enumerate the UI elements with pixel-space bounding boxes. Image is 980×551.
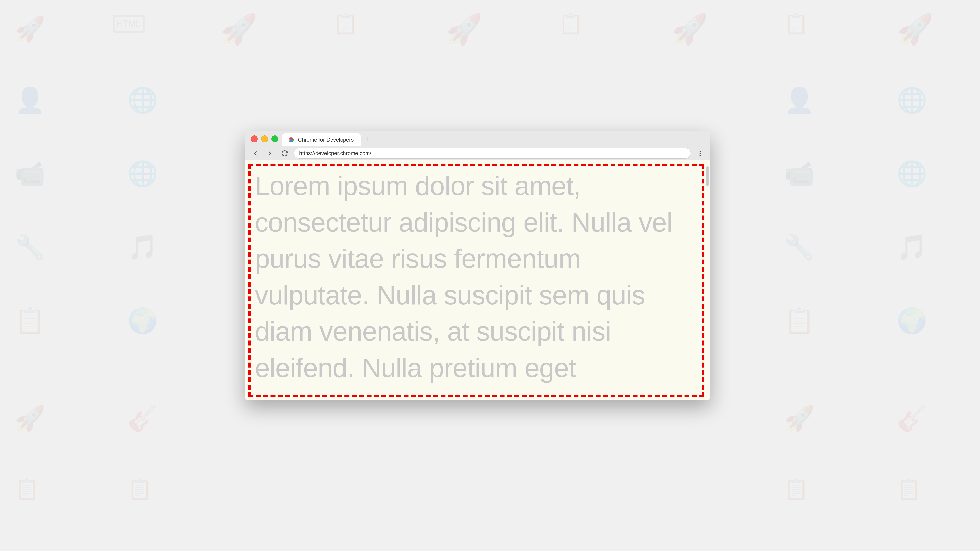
tab-title: Chrome for Developers	[298, 137, 356, 143]
close-button[interactable]	[251, 135, 258, 142]
browser-menu-button[interactable]	[695, 148, 706, 159]
browser-chrome: Chrome for Developers +	[245, 131, 711, 160]
traffic-lights	[249, 135, 282, 146]
tab-bar: Chrome for Developers +	[245, 131, 711, 146]
svg-point-6	[700, 155, 701, 156]
svg-point-4	[700, 151, 701, 152]
forward-button[interactable]	[265, 148, 275, 159]
address-bar-row: https://developer.chrome.com/	[245, 146, 711, 160]
minimize-button[interactable]	[261, 135, 268, 142]
scrollbar-thumb[interactable]	[706, 166, 709, 186]
chrome-favicon	[287, 136, 295, 144]
scrollbar[interactable]	[705, 161, 710, 400]
svg-point-5	[700, 153, 701, 154]
back-button[interactable]	[250, 148, 261, 159]
page-content-text: Lorem ipsum dolor sit amet, consectetur …	[245, 160, 703, 393]
refresh-button[interactable]	[279, 148, 290, 159]
svg-point-3	[290, 139, 292, 141]
browser-tab-active[interactable]: Chrome for Developers	[282, 133, 361, 146]
browser-content: Lorem ipsum dolor sit amet, consectetur …	[245, 160, 711, 400]
address-bar[interactable]: https://developer.chrome.com/	[294, 148, 691, 159]
url-text: https://developer.chrome.com/	[299, 150, 371, 157]
new-tab-button[interactable]: +	[363, 133, 373, 144]
browser-window: Chrome for Developers +	[245, 131, 711, 400]
maximize-button[interactable]	[272, 135, 278, 142]
